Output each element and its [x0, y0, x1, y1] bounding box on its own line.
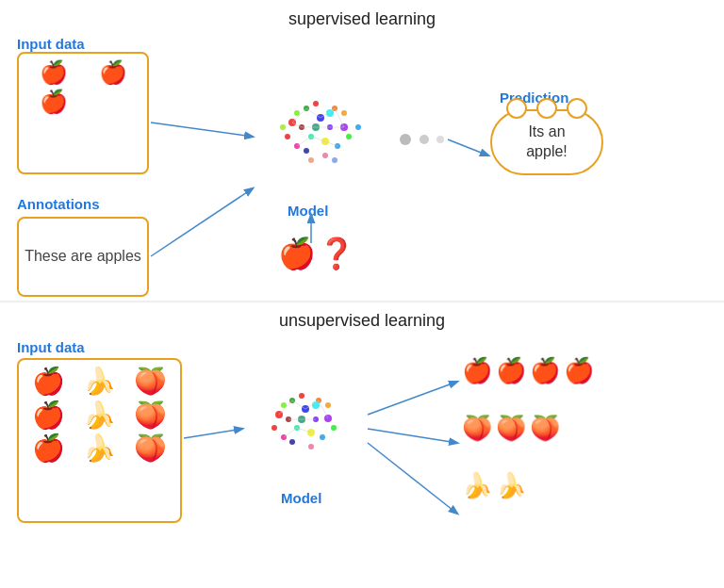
apple-emoji-2: 🍎 [84, 59, 141, 87]
model-label-supervised: Model [288, 203, 328, 219]
svg-point-22 [355, 124, 361, 130]
svg-point-15 [346, 134, 352, 139]
svg-point-5 [340, 123, 348, 131]
svg-line-67 [319, 400, 328, 418]
svg-point-18 [294, 110, 300, 116]
annotations-text: These are apples [25, 247, 141, 267]
us-emoji-3: 🍑 [125, 366, 174, 398]
svg-point-17 [322, 153, 328, 158]
supervised-brain [260, 85, 377, 188]
svg-line-36 [151, 122, 253, 137]
apple-emoji-1: 🍎 [25, 59, 82, 87]
cluster-banana-2: 🍌 [496, 471, 526, 500]
svg-line-25 [292, 108, 306, 122]
us-emoji-2: 🍌 [75, 366, 124, 398]
apple-emoji-4 [84, 89, 141, 116]
supervised-input-emojis: 🍎 🍎 🍎 [19, 54, 147, 122]
us-emoji-6: 🍑 [125, 400, 174, 432]
supervised-title: supervised learning [0, 9, 724, 29]
svg-point-20 [313, 101, 319, 106]
main-container: supervised learning unsupervised learnin… [0, 0, 724, 588]
svg-point-2 [304, 106, 309, 111]
svg-point-62 [312, 401, 320, 409]
svg-line-29 [311, 137, 325, 141]
svg-line-31 [325, 141, 337, 146]
prediction-bubble: Its an apple! [490, 109, 603, 175]
prediction-text: Its an apple! [526, 123, 568, 159]
unsupervised-input-emojis: 🍎 🍌 🍑 🍎 🍌 🍑 🍎 🍌 🍑 [19, 360, 180, 470]
svg-line-28 [335, 108, 344, 127]
svg-point-12 [327, 124, 333, 130]
svg-point-55 [313, 416, 319, 422]
svg-point-51 [281, 434, 287, 440]
us-emoji-7: 🍎 [25, 433, 74, 465]
unsupervised-input-label: Input data [17, 339, 85, 355]
clusters-area: 🍎 🍎 🍎 🍎 🍑 🍑 🍑 🍌 🍌 [462, 356, 716, 508]
svg-point-8 [294, 143, 300, 149]
svg-line-64 [279, 400, 292, 415]
svg-line-74 [368, 429, 457, 443]
svg-line-27 [321, 108, 335, 118]
apple-icon: 🍎 [278, 236, 316, 271]
us-emoji-4: 🍎 [25, 400, 74, 432]
svg-point-60 [308, 444, 314, 449]
cloud-bump-3 [567, 98, 587, 119]
svg-point-39 [420, 135, 429, 144]
svg-point-58 [331, 425, 337, 431]
svg-line-68 [297, 428, 311, 433]
cluster-peach-2: 🍑 [496, 414, 526, 443]
cloud-bump-2 [536, 98, 557, 119]
svg-point-38 [400, 134, 411, 145]
svg-line-41 [448, 139, 488, 155]
unsupervised-input-box: 🍎 🍌 🍑 🍎 🍌 🍑 🍎 🍌 🍑 [17, 358, 182, 523]
cluster-apple-2: 🍎 [496, 356, 526, 385]
model-label-unsupervised: Model [281, 490, 321, 506]
svg-point-49 [294, 425, 300, 431]
svg-point-21 [280, 124, 286, 130]
svg-line-66 [305, 400, 319, 409]
svg-point-23 [308, 157, 314, 163]
svg-point-47 [316, 398, 321, 403]
svg-line-72 [184, 429, 242, 438]
cluster-apple-3: 🍎 [530, 356, 560, 385]
svg-point-14 [285, 134, 290, 139]
svg-point-63 [299, 393, 304, 399]
svg-line-65 [292, 400, 305, 409]
svg-point-0 [260, 85, 377, 188]
svg-point-46 [302, 405, 309, 413]
svg-point-50 [307, 429, 315, 436]
us-emoji-9: 🍑 [125, 433, 174, 465]
svg-point-53 [286, 416, 291, 422]
svg-point-56 [325, 402, 331, 408]
svg-line-37 [151, 188, 253, 256]
svg-point-57 [272, 425, 277, 431]
svg-point-3 [317, 114, 324, 122]
svg-point-43 [250, 379, 359, 473]
cluster-row-peaches: 🍑 🍑 🍑 [462, 414, 716, 443]
svg-point-9 [335, 143, 340, 149]
apple-question-area: 🍎 ❓ [278, 236, 355, 271]
supervised-input-box: 🍎 🍎 🍎 [17, 52, 149, 174]
svg-line-30 [297, 137, 311, 146]
cluster-apple-4: 🍎 [564, 356, 594, 385]
svg-point-54 [298, 416, 305, 423]
svg-point-4 [332, 106, 337, 111]
cluster-row-apples: 🍎 🍎 🍎 🍎 [462, 356, 716, 385]
svg-line-26 [306, 108, 321, 118]
cluster-peach-3: 🍑 [530, 414, 560, 443]
question-icon: ❓ [318, 236, 355, 271]
unsupervised-brain [250, 379, 359, 473]
svg-point-6 [308, 134, 314, 139]
svg-point-1 [288, 119, 296, 126]
unsupervised-title: unsupervised learning [0, 311, 724, 331]
svg-point-13 [341, 110, 347, 116]
svg-point-19 [326, 109, 334, 117]
cluster-apple-1: 🍎 [462, 356, 492, 385]
svg-line-75 [368, 443, 457, 514]
svg-point-16 [304, 148, 309, 154]
svg-point-24 [332, 157, 337, 163]
svg-line-73 [368, 382, 457, 415]
svg-point-44 [275, 411, 283, 418]
cluster-row-bananas: 🍌 🍌 [462, 471, 716, 500]
us-emoji-5: 🍌 [75, 400, 124, 432]
